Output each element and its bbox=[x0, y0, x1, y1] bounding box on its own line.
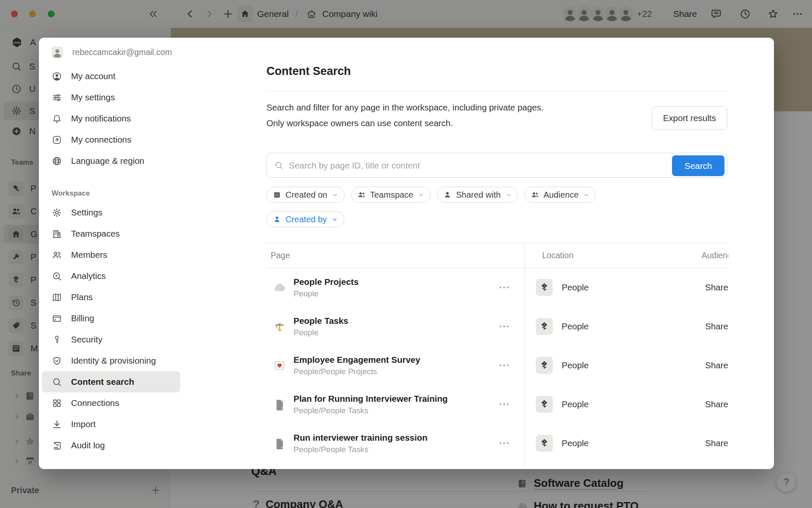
page-title: Content Search bbox=[266, 65, 351, 78]
menu-item-my-account[interactable]: My account bbox=[42, 66, 180, 87]
location-label: People bbox=[562, 399, 589, 409]
flower-icon bbox=[539, 438, 550, 449]
flower-icon bbox=[539, 360, 550, 371]
filter-shared-with[interactable]: Shared with bbox=[437, 187, 518, 203]
page-title-link[interactable]: Run interviewer training session bbox=[294, 433, 428, 443]
menu-item-teamspaces[interactable]: Teamspaces bbox=[42, 223, 180, 244]
menu-item-import[interactable]: Import bbox=[42, 414, 180, 435]
filter-created-on[interactable]: Created on bbox=[266, 187, 345, 203]
teamspace-avatar bbox=[536, 435, 553, 452]
workspace-section-label: Workspace bbox=[52, 189, 183, 198]
search-button[interactable]: Search bbox=[672, 155, 724, 176]
filter-label: Shared with bbox=[456, 190, 501, 200]
table-row[interactable]: People Projects People People Share bbox=[266, 268, 728, 307]
account-header: rebeccamcakir@gmail.com bbox=[39, 44, 183, 61]
filter-label: Teamspace bbox=[370, 190, 413, 200]
menu-item-label: Connections bbox=[71, 398, 119, 408]
flower-icon bbox=[539, 282, 550, 293]
table-row[interactable]: Run interviewer training session People/… bbox=[266, 424, 728, 463]
chevron-down-icon bbox=[332, 191, 339, 199]
location-cell: People Share bbox=[524, 279, 728, 296]
menu-item-label: Audit log bbox=[71, 440, 105, 450]
menu-item-security[interactable]: Security bbox=[42, 329, 180, 350]
location-cell: People Share bbox=[524, 396, 728, 413]
import-arrow-icon bbox=[52, 419, 62, 430]
scroll-icon bbox=[52, 440, 62, 451]
menu-item-content-search[interactable]: Content search bbox=[42, 371, 180, 392]
people-icon bbox=[531, 190, 539, 199]
row-menu-icon[interactable] bbox=[498, 437, 510, 450]
settings-menu: rebeccamcakir@gmail.com My account My se… bbox=[39, 38, 183, 469]
people-icon bbox=[357, 190, 366, 199]
search-icon bbox=[274, 160, 284, 170]
flower-icon bbox=[539, 399, 550, 410]
page-description: Search and filter for any page in the wo… bbox=[266, 99, 639, 131]
menu-item-billing[interactable]: Billing bbox=[42, 308, 180, 329]
row-menu-icon[interactable] bbox=[498, 320, 510, 333]
analytics-search-icon bbox=[52, 271, 62, 282]
table-row[interactable]: Employee Engagement Survey People/People… bbox=[266, 346, 728, 385]
user-circle-icon bbox=[52, 71, 62, 82]
sliders-icon bbox=[52, 92, 62, 103]
calendar-icon bbox=[273, 190, 281, 199]
teamspace-avatar bbox=[536, 318, 553, 335]
teamspace-avatar bbox=[536, 357, 553, 374]
page-title-link[interactable]: People Projects bbox=[294, 277, 359, 287]
menu-item-label: Teamspaces bbox=[71, 229, 120, 239]
menu-item-connections[interactable]: Connections bbox=[42, 392, 180, 414]
filter-audience[interactable]: Audience bbox=[524, 187, 596, 203]
row-menu-icon[interactable] bbox=[498, 398, 510, 411]
column-header-audience: Audience bbox=[702, 251, 728, 260]
heart-card-page-icon bbox=[273, 359, 286, 372]
location-label: People bbox=[562, 282, 589, 293]
table-row[interactable]: People Tasks People People Share bbox=[266, 307, 728, 346]
credit-card-icon bbox=[52, 313, 62, 324]
location-cell: People Share bbox=[524, 357, 728, 374]
row-menu-icon[interactable] bbox=[498, 281, 510, 294]
export-results-button[interactable]: Export results bbox=[652, 106, 727, 130]
row-menu-icon[interactable] bbox=[498, 359, 510, 372]
document-page-icon bbox=[273, 398, 286, 411]
menu-item-label: Plans bbox=[71, 292, 93, 302]
menu-item-label: My notifications bbox=[71, 113, 131, 124]
filter-created-by[interactable]: Created by bbox=[266, 211, 344, 227]
filter-teamspace[interactable]: Teamspace bbox=[351, 187, 431, 203]
table-row[interactable]: Plan for Running Interviewer Training Pe… bbox=[266, 385, 728, 424]
content-search-bar: Search bbox=[266, 153, 727, 178]
grid-icon bbox=[52, 398, 62, 409]
menu-item-label: Language & region bbox=[71, 156, 144, 166]
page-title-link[interactable]: People Tasks bbox=[294, 316, 348, 326]
menu-item-settings[interactable]: Settings bbox=[42, 202, 180, 223]
cloud-page-icon bbox=[273, 281, 286, 294]
menu-item-my-settings[interactable]: My settings bbox=[42, 87, 180, 108]
page-cell: Plan for Running Interviewer Training Pe… bbox=[266, 394, 524, 415]
chevron-down-icon bbox=[417, 191, 425, 199]
menu-item-label: Identity & provisioning bbox=[71, 356, 156, 366]
filter-chip-row: Created by bbox=[266, 211, 344, 227]
search-input[interactable] bbox=[289, 160, 727, 171]
flower-icon bbox=[539, 321, 550, 332]
audience-value: Share bbox=[705, 321, 728, 331]
person-icon bbox=[443, 190, 452, 199]
page-path: People/People Tasks bbox=[294, 406, 448, 415]
table-header: Page Location Audience bbox=[266, 243, 728, 268]
menu-item-audit-log[interactable]: Audit log bbox=[42, 435, 180, 456]
account-email: rebeccamcakir@gmail.com bbox=[72, 47, 172, 57]
title-divider bbox=[266, 91, 727, 91]
menu-item-label: My settings bbox=[71, 92, 115, 102]
chevron-down-icon bbox=[583, 191, 590, 199]
page-title-link[interactable]: Employee Engagement Survey bbox=[294, 355, 420, 365]
content-search-panel: Content Search Search and filter for any… bbox=[266, 38, 728, 469]
page-title-link[interactable]: Plan for Running Interviewer Training bbox=[294, 394, 448, 404]
location-label: People bbox=[562, 438, 589, 448]
menu-item-analytics[interactable]: Analytics bbox=[42, 265, 180, 287]
menu-item-label: Members bbox=[71, 250, 107, 260]
menu-item-members[interactable]: Members bbox=[42, 244, 180, 265]
menu-item-my-connections[interactable]: My connections bbox=[42, 129, 180, 150]
menu-item-label: Security bbox=[71, 334, 102, 345]
menu-item-language-region[interactable]: Language & region bbox=[42, 150, 180, 171]
menu-item-my-notifications[interactable]: My notifications bbox=[42, 108, 180, 129]
menu-item-identity-provisioning[interactable]: Identity & provisioning bbox=[42, 350, 180, 371]
description-line: Only workspace owners can use content se… bbox=[266, 115, 639, 131]
menu-item-plans[interactable]: Plans bbox=[42, 287, 180, 308]
